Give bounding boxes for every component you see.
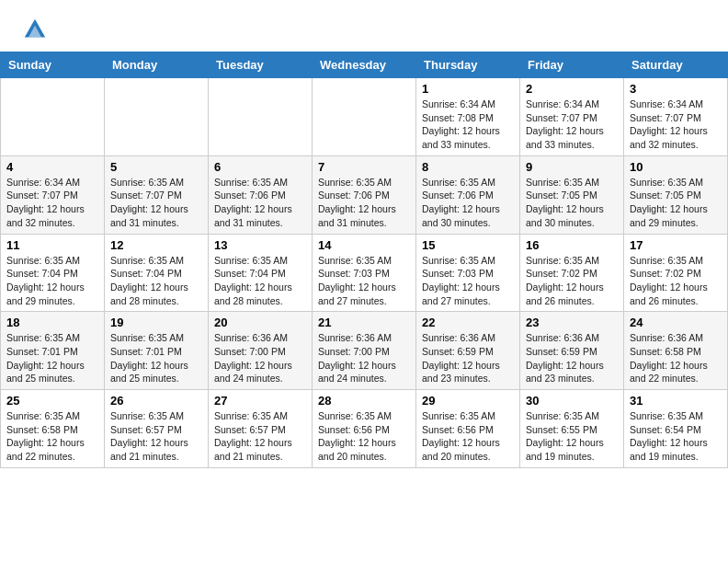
day-info: Sunrise: 6:35 AMSunset: 6:56 PMDaylight:… [318,409,410,464]
calendar-cell: 25Sunrise: 6:35 AMSunset: 6:58 PMDayligh… [1,390,105,468]
day-number: 7 [318,160,410,174]
day-number: 13 [214,238,306,252]
calendar-cell: 22Sunrise: 6:36 AMSunset: 6:59 PMDayligh… [416,312,520,390]
calendar-cell: 29Sunrise: 6:35 AMSunset: 6:56 PMDayligh… [416,390,520,468]
day-number: 2 [526,82,618,96]
day-number: 21 [318,316,410,329]
day-number: 1 [422,82,514,96]
day-info: Sunrise: 6:35 AMSunset: 7:03 PMDaylight:… [422,254,514,308]
calendar-day-header: Tuesday [209,52,313,78]
day-number: 22 [422,316,514,329]
calendar-cell: 21Sunrise: 6:36 AMSunset: 7:00 PMDayligh… [313,312,416,390]
calendar-cell: 6Sunrise: 6:35 AMSunset: 7:06 PMDaylight… [209,155,313,234]
calendar-cell: 12Sunrise: 6:35 AMSunset: 7:04 PMDayligh… [105,234,209,312]
day-number: 17 [630,238,722,252]
calendar-cell: 23Sunrise: 6:36 AMSunset: 6:59 PMDayligh… [520,312,624,390]
day-info: Sunrise: 6:35 AMSunset: 6:58 PMDaylight:… [6,409,98,464]
day-info: Sunrise: 6:35 AMSunset: 6:57 PMDaylight:… [214,409,306,464]
calendar-cell: 13Sunrise: 6:35 AMSunset: 7:04 PMDayligh… [209,234,313,312]
calendar-cell: 9Sunrise: 6:35 AMSunset: 7:05 PMDaylight… [520,155,624,234]
day-info: Sunrise: 6:34 AMSunset: 7:07 PMDaylight:… [6,176,98,230]
page-header [0,0,728,52]
calendar-cell [209,78,313,156]
day-info: Sunrise: 6:35 AMSunset: 6:56 PMDaylight:… [422,409,514,464]
day-info: Sunrise: 6:35 AMSunset: 7:06 PMDaylight:… [214,176,306,230]
day-number: 28 [318,394,410,408]
day-number: 4 [6,160,98,174]
day-number: 20 [214,316,306,329]
day-number: 6 [214,160,306,174]
day-number: 9 [526,160,618,174]
day-number: 15 [422,238,514,252]
day-number: 27 [214,394,306,408]
day-number: 10 [630,160,722,174]
day-number: 25 [6,394,98,408]
calendar-cell: 4Sunrise: 6:34 AMSunset: 7:07 PMDaylight… [1,155,105,234]
day-info: Sunrise: 6:34 AMSunset: 7:07 PMDaylight:… [630,98,722,152]
calendar-cell [313,78,416,156]
calendar-cell: 30Sunrise: 6:35 AMSunset: 6:55 PMDayligh… [520,390,624,468]
day-number: 18 [6,316,98,329]
calendar-cell: 10Sunrise: 6:35 AMSunset: 7:05 PMDayligh… [624,155,728,234]
day-info: Sunrise: 6:35 AMSunset: 6:57 PMDaylight:… [110,409,202,464]
calendar-cell: 8Sunrise: 6:35 AMSunset: 7:06 PMDaylight… [416,155,520,234]
logo-icon [22,17,48,42]
calendar-cell [1,78,105,156]
calendar-week-row: 4Sunrise: 6:34 AMSunset: 7:07 PMDaylight… [1,155,728,234]
calendar-cell: 26Sunrise: 6:35 AMSunset: 6:57 PMDayligh… [105,390,209,468]
calendar-cell: 24Sunrise: 6:36 AMSunset: 6:58 PMDayligh… [624,312,728,390]
day-number: 12 [110,238,202,252]
day-number: 3 [630,82,722,96]
calendar-day-header: Monday [105,52,209,78]
calendar-cell: 14Sunrise: 6:35 AMSunset: 7:03 PMDayligh… [313,234,416,312]
calendar-cell: 18Sunrise: 6:35 AMSunset: 7:01 PMDayligh… [1,312,105,390]
calendar-cell: 3Sunrise: 6:34 AMSunset: 7:07 PMDaylight… [624,78,728,156]
day-info: Sunrise: 6:35 AMSunset: 6:55 PMDaylight:… [526,409,618,464]
calendar-cell: 15Sunrise: 6:35 AMSunset: 7:03 PMDayligh… [416,234,520,312]
calendar-cell: 17Sunrise: 6:35 AMSunset: 7:02 PMDayligh… [624,234,728,312]
day-info: Sunrise: 6:36 AMSunset: 7:00 PMDaylight:… [318,331,410,385]
calendar-week-row: 11Sunrise: 6:35 AMSunset: 7:04 PMDayligh… [1,234,728,312]
day-info: Sunrise: 6:35 AMSunset: 7:05 PMDaylight:… [630,176,722,230]
day-info: Sunrise: 6:35 AMSunset: 7:04 PMDaylight:… [214,254,306,308]
calendar-header-row: SundayMondayTuesdayWednesdayThursdayFrid… [1,52,728,78]
day-info: Sunrise: 6:36 AMSunset: 6:58 PMDaylight:… [630,331,722,385]
day-info: Sunrise: 6:35 AMSunset: 6:54 PMDaylight:… [630,409,722,464]
calendar-day-header: Sunday [1,52,105,78]
day-number: 11 [6,238,98,252]
calendar-body: 1Sunrise: 6:34 AMSunset: 7:08 PMDaylight… [1,78,728,468]
day-info: Sunrise: 6:35 AMSunset: 7:07 PMDaylight:… [110,176,202,230]
day-number: 5 [110,160,202,174]
calendar-cell: 2Sunrise: 6:34 AMSunset: 7:07 PMDaylight… [520,78,624,156]
day-info: Sunrise: 6:34 AMSunset: 7:07 PMDaylight:… [526,98,618,152]
logo [22,17,51,42]
calendar-cell: 16Sunrise: 6:35 AMSunset: 7:02 PMDayligh… [520,234,624,312]
day-info: Sunrise: 6:36 AMSunset: 7:00 PMDaylight:… [214,331,306,385]
calendar-day-header: Saturday [624,52,728,78]
calendar-cell: 11Sunrise: 6:35 AMSunset: 7:04 PMDayligh… [1,234,105,312]
calendar-day-header: Thursday [416,52,520,78]
calendar-cell: 7Sunrise: 6:35 AMSunset: 7:06 PMDaylight… [313,155,416,234]
day-info: Sunrise: 6:35 AMSunset: 7:03 PMDaylight:… [318,254,410,308]
day-info: Sunrise: 6:36 AMSunset: 6:59 PMDaylight:… [422,331,514,385]
calendar-cell: 27Sunrise: 6:35 AMSunset: 6:57 PMDayligh… [209,390,313,468]
day-info: Sunrise: 6:36 AMSunset: 6:59 PMDaylight:… [526,331,618,385]
calendar-cell [105,78,209,156]
day-number: 14 [318,238,410,252]
day-info: Sunrise: 6:35 AMSunset: 7:01 PMDaylight:… [6,331,98,385]
day-number: 30 [526,394,618,408]
day-info: Sunrise: 6:34 AMSunset: 7:08 PMDaylight:… [422,98,514,152]
calendar-cell: 1Sunrise: 6:34 AMSunset: 7:08 PMDaylight… [416,78,520,156]
day-number: 8 [422,160,514,174]
day-info: Sunrise: 6:35 AMSunset: 7:04 PMDaylight:… [6,254,98,308]
day-info: Sunrise: 6:35 AMSunset: 7:01 PMDaylight:… [110,331,202,385]
calendar-cell: 31Sunrise: 6:35 AMSunset: 6:54 PMDayligh… [624,390,728,468]
day-number: 16 [526,238,618,252]
day-info: Sunrise: 6:35 AMSunset: 7:06 PMDaylight:… [422,176,514,230]
calendar-cell: 5Sunrise: 6:35 AMSunset: 7:07 PMDaylight… [105,155,209,234]
calendar-week-row: 25Sunrise: 6:35 AMSunset: 6:58 PMDayligh… [1,390,728,468]
day-info: Sunrise: 6:35 AMSunset: 7:02 PMDaylight:… [526,254,618,308]
day-number: 26 [110,394,202,408]
calendar-day-header: Friday [520,52,624,78]
day-info: Sunrise: 6:35 AMSunset: 7:02 PMDaylight:… [630,254,722,308]
